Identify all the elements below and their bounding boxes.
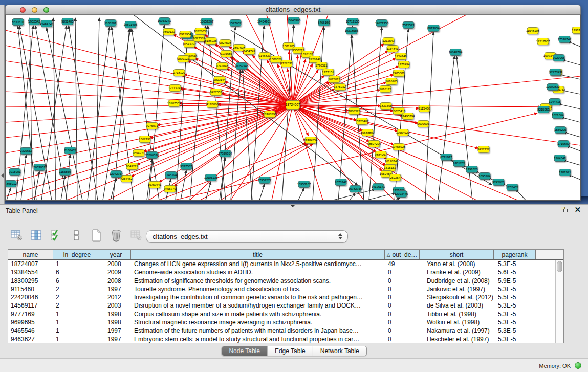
column-header-short[interactable]: short	[420, 250, 494, 259]
graph-node[interactable]: 19654923	[397, 129, 409, 136]
graph-node[interactable]: 1675332	[334, 83, 346, 91]
graph-node[interactable]: 2803144	[214, 76, 226, 83]
cell-short[interactable]: Dudbridge et al. (2008)	[420, 277, 494, 285]
cell-short[interactable]: Franke et al. (2009)	[420, 268, 494, 276]
cell-year[interactable]: 2003	[101, 301, 131, 310]
minimize-window-button[interactable]	[32, 7, 37, 13]
graph-node[interactable]: 9699695	[418, 120, 429, 127]
cell-in_degree[interactable]: 2	[53, 301, 101, 310]
graph-node[interactable]: 8215953	[538, 106, 550, 113]
cell-name[interactable]: 9699695	[8, 318, 53, 326]
delete-icon[interactable]	[109, 228, 123, 243]
cell-out_de[interactable]: 0	[385, 277, 420, 285]
graph-node[interactable]: 7485083	[393, 70, 405, 77]
graph-node[interactable]: 1264543	[554, 155, 566, 162]
graph-node[interactable]: 1154841	[387, 45, 399, 52]
graph-node[interactable]: 17454901	[258, 18, 270, 25]
table-settings-icon[interactable]	[9, 228, 24, 243]
cell-out_de[interactable]: 0	[385, 318, 420, 326]
column-chooser-icon[interactable]	[29, 228, 43, 243]
cell-out_de[interactable]: 0	[385, 310, 420, 318]
cell-name[interactable]: 9463627	[8, 335, 53, 343]
graph-node[interactable]: 1977151	[322, 69, 334, 76]
cell-out_de[interactable]: 0	[385, 301, 420, 310]
graph-node[interactable]: 8530610	[12, 18, 24, 26]
table-row[interactable]: 1872400712008Changes of HCN gene express…	[8, 260, 555, 268]
graph-node[interactable]: 7254462	[121, 175, 133, 182]
cell-title[interactable]: Embryonic stem cells: a model to study s…	[131, 335, 385, 343]
float-panel-icon[interactable]	[561, 207, 569, 213]
cell-out_de[interactable]: 0	[385, 285, 420, 293]
graph-node[interactable]: 1675012	[329, 76, 340, 83]
graph-node[interactable]: 17510742	[559, 36, 571, 43]
cell-pagerank[interactable]: 5.5E-5	[494, 293, 536, 301]
cell-short[interactable]: Wolkin et al. (1998)	[420, 318, 494, 326]
cell-year[interactable]: 2012	[101, 293, 131, 301]
graph-node[interactable]: 8186328	[205, 37, 217, 45]
cell-pagerank[interactable]: 5.3E-5	[494, 326, 536, 335]
graph-node[interactable]: 8813054	[428, 25, 440, 32]
graph-node[interactable]: 17957272	[259, 177, 271, 184]
graph-node[interactable]: 18807299	[368, 140, 380, 147]
graph-node[interactable]: 9242848	[216, 62, 228, 70]
graph-node[interactable]: 1952542	[29, 18, 40, 25]
cell-in_degree[interactable]: 2	[53, 285, 101, 293]
graph-node[interactable]: 9457752	[478, 146, 490, 153]
graph-node[interactable]: 4170060	[207, 101, 219, 108]
cell-year[interactable]: 1997	[101, 335, 131, 343]
cell-title[interactable]: Investigating the contribution of common…	[131, 293, 385, 301]
cell-short[interactable]: Jankovic et al. (1997)	[420, 285, 494, 293]
network-window-titlebar[interactable]: citations_edges.txt	[5, 5, 581, 14]
graph-node[interactable]: 16120746	[386, 158, 398, 165]
graph-node[interactable]: 9397587	[181, 163, 192, 170]
graph-node[interactable]: 20691406	[125, 21, 137, 28]
cell-out_de[interactable]: 0	[385, 293, 420, 301]
graph-node[interactable]: 16648784	[450, 49, 462, 56]
network-canvas[interactable]: 1872400718300295193845548530610195254214…	[5, 14, 581, 201]
graph-node[interactable]: 9890122	[178, 55, 189, 62]
cell-pagerank[interactable]: 5.3E-5	[494, 318, 536, 326]
row-height-icon[interactable]	[69, 228, 83, 243]
graph-node[interactable]: 1095204	[479, 172, 491, 180]
graph-node[interactable]: 1212543	[383, 37, 395, 45]
graph-node[interactable]: 16640960	[288, 17, 300, 24]
graph-node[interactable]: 2320652	[20, 147, 32, 155]
cell-out_de[interactable]: 0	[385, 335, 420, 343]
cell-out_de[interactable]: 0	[385, 326, 420, 335]
cell-in_degree[interactable]: 6	[53, 268, 101, 276]
cell-short[interactable]: Nakamura et al. (1997)	[420, 326, 494, 335]
graph-node[interactable]: 9831405	[62, 18, 74, 25]
cell-name[interactable]: 19384554	[8, 268, 53, 276]
cell-name[interactable]: 14569117	[8, 301, 53, 310]
close-panel-icon[interactable]: ✕	[574, 205, 581, 214]
cell-title[interactable]: Tourette syndrome. Phenomenology and cla…	[131, 285, 385, 293]
graph-node[interactable]: 16958107	[298, 181, 310, 188]
graph-node[interactable]: 16759441	[149, 181, 161, 188]
graph-node[interactable]: 19218586	[346, 27, 358, 34]
graph-node[interactable]: 11548108	[527, 27, 539, 34]
cell-year[interactable]: 1998	[101, 310, 131, 318]
graph-node[interactable]: 1254349	[395, 53, 407, 60]
graph-node[interactable]: 9860123	[163, 28, 175, 35]
cell-short[interactable]: Stergiakouli et al. (2012)	[420, 293, 494, 301]
graph-node[interactable]: 18300295	[264, 111, 276, 118]
table-row[interactable]: 1938455462009Genome-wide association stu…	[8, 268, 555, 276]
graph-node[interactable]: 9146821	[259, 52, 271, 59]
control-panel-edge[interactable]	[0, 5, 5, 204]
graph-node[interactable]: 1145194	[165, 171, 177, 179]
graph-node[interactable]: 1244415	[549, 98, 561, 105]
graph-node[interactable]: 1391820	[466, 166, 478, 173]
graph-node[interactable]: 1016172	[380, 85, 391, 93]
graph-node[interactable]: 9322033	[281, 60, 293, 67]
graph-node[interactable]: 1973494	[398, 61, 410, 68]
graph-node[interactable]: 19384554	[305, 137, 317, 144]
graph-node[interactable]: 12213343	[169, 84, 181, 92]
scrollbar-thumb[interactable]	[557, 261, 562, 272]
graph-node[interactable]: 12217987	[537, 38, 549, 45]
graph-node[interactable]: 1862391	[139, 136, 151, 143]
close-window-button[interactable]	[20, 7, 26, 13]
cell-out_de[interactable]: 0	[385, 268, 420, 276]
graph-node[interactable]: 2718120	[173, 69, 185, 76]
graph-node[interactable]: 1569295	[555, 126, 567, 134]
graph-node[interactable]: 7515523	[403, 21, 415, 29]
